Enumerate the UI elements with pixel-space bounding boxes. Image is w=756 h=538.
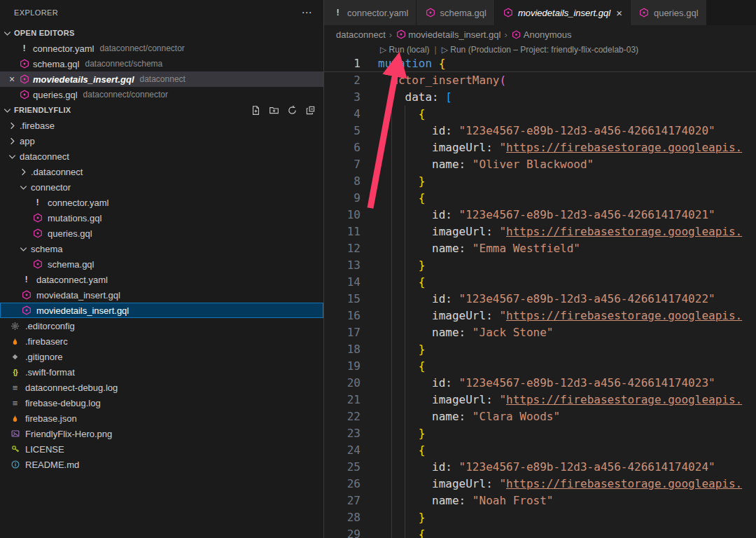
tree-item-.gitignore[interactable]: .gitignore [0,349,323,364]
tree-item-connector[interactable]: connector [0,179,323,195]
code-line-3[interactable]: 3 data: [ [324,89,756,106]
file-tree: .firebaseappdataconnect.dataconnectconne… [0,118,323,472]
tree-item-schema[interactable]: schema [0,241,323,256]
explorer-title: EXPLORER [14,8,58,17]
code-text: { [374,442,425,459]
tree-item-label: connector.yaml [48,198,108,208]
code-line-21[interactable]: 21 imageUrl: "https://firebasestorage.go… [324,392,756,408]
code-line-1[interactable]: 1mutation { [324,55,756,72]
code-line-26[interactable]: 26 imageUrl: "https://firebasestorage.go… [324,476,756,492]
tree-item-LICENSE[interactable]: LICENSE [0,441,323,457]
code-line-15[interactable]: 15 id: "123e4567-e89b-12d3-a456-42661417… [324,291,756,308]
run-production-link[interactable]: ▷ Run (Production – Project: friendly-fl… [442,45,638,55]
tree-item-firebase-debug.log[interactable]: ≡firebase-debug.log [0,395,323,411]
code-text: name: "Noah Frost" [374,492,553,509]
code-line-22[interactable]: 22 name: "Clara Woods" [324,408,756,425]
tree-item-README.md[interactable]: README.md [0,457,323,472]
breadcrumb-Anonymous[interactable]: Anonymous [511,29,572,40]
tree-item-.editorconfig[interactable]: .editorconfig [0,318,323,333]
tree-item-app[interactable]: app [0,133,323,149]
line-number: 28 [324,509,374,526]
tree-item-schema.gql[interactable]: schema.gql [0,256,323,272]
code-line-9[interactable]: 9 { [324,190,756,207]
code-line-14[interactable]: 14 { [324,274,756,291]
graphql-icon [20,289,32,301]
tree-item-label: moviedata_insert.gql [36,290,120,301]
code-line-10[interactable]: 10 id: "123e4567-e89b-12d3-a456-42661417… [324,207,756,223]
code-line-2[interactable]: 2 actor_insertMany( [324,72,756,89]
breadcrumb-moviedetails_insert.gql[interactable]: moviedetails_insert.gql [396,29,500,40]
open-editors-header[interactable]: OPEN EDITORS [0,25,323,41]
new-folder-icon[interactable] [267,104,280,116]
code-line-7[interactable]: 7 name: "Oliver Blackwood" [324,156,756,173]
code-line-12[interactable]: 12 name: "Emma Westfield" [324,240,756,257]
code-line-11[interactable]: 11 imageUrl: "https://firebasestorage.go… [324,223,756,240]
open-editor-description: dataconnect/connector [99,43,184,53]
code-line-6[interactable]: 6 imageUrl: "https://firebasestorage.goo… [324,139,756,156]
tree-item-label: FriendlyFlix-Hero.png [25,429,112,439]
code-line-5[interactable]: 5 id: "123e4567-e89b-12d3-a456-426614174… [324,123,756,139]
code-text: data: [ [374,89,452,106]
code-line-29[interactable]: 29 { [324,526,756,538]
tree-item-FriendlyFlix-Hero.png[interactable]: FriendlyFlix-Hero.png [0,426,323,441]
tree-item-label: README.md [25,460,79,470]
code-line-4[interactable]: 4 { [324,106,756,123]
code-line-24[interactable]: 24 { [324,442,756,459]
graphql-icon [18,74,30,85]
key-icon [9,443,21,455]
new-file-icon[interactable] [249,104,262,116]
open-editor-moviedetails_insert.gql[interactable]: ×moviedetails_insert.gqldataconnect [0,71,323,87]
tree-item-dataconnect[interactable]: dataconnect [0,149,323,164]
code-line-25[interactable]: 25 id: "123e4567-e89b-12d3-a456-42661417… [324,459,756,476]
code-line-27[interactable]: 27 name: "Noah Frost" [324,492,756,509]
tree-item-.swift-format[interactable]: {}.swift-format [0,364,323,380]
tab-moviedetails_insert.gql[interactable]: moviedetails_insert.gql× [495,0,631,25]
open-editor-schema.gql[interactable]: schema.gqldataconnect/schema [0,56,323,71]
firebase-icon [9,336,21,347]
run-local-link[interactable]: ▷ Run (local) [380,45,430,55]
open-editor-description: dataconnect/schema [85,59,162,69]
tree-item-.dataconnect[interactable]: .dataconnect [0,164,323,179]
code-line-16[interactable]: 16 imageUrl: "https://firebasestorage.go… [324,308,756,324]
explorer-more-actions-icon[interactable]: ⋯ [302,6,312,19]
collapse-all-icon[interactable] [304,104,316,116]
tree-item-label: connector [31,182,71,193]
tree-item-mutations.gql[interactable]: mutations.gql [0,210,323,226]
tree-item-queries.gql[interactable]: queries.gql [0,226,323,241]
tree-item-firebase.json[interactable]: firebase.json [0,411,323,426]
code-line-8[interactable]: 8 } [324,173,756,190]
tree-item-.firebase[interactable]: .firebase [0,118,323,133]
code-line-17[interactable]: 17 name: "Jack Stone" [324,324,756,341]
tab-connector.yaml[interactable]: !connector.yaml [324,0,416,25]
code-text: name: "Clara Woods" [374,408,560,425]
tree-item-.firebaserc[interactable]: .firebaserc [0,333,323,349]
breadcrumb-dataconnect[interactable]: dataconnect [336,29,386,40]
code-line-19[interactable]: 19 { [324,358,756,375]
open-editor-connector.yaml[interactable]: !connector.yamldataconnect/connector [0,41,323,56]
tree-item-connector.yaml[interactable]: !connector.yaml [0,195,323,210]
code-editor[interactable]: ▷ Run (local) | ▷ Run (Production – Proj… [324,43,756,538]
tab-schema.gql[interactable]: schema.gql [416,0,494,25]
tree-item-dataconnect-debug.log[interactable]: ≡dataconnect-debug.log [0,380,323,395]
code-text: { [374,358,425,375]
close-icon[interactable]: × [6,74,18,85]
code-line-13[interactable]: 13 } [324,257,756,274]
tree-item-label: moviedetails_insert.gql [36,305,129,316]
code-line-20[interactable]: 20 id: "123e4567-e89b-12d3-a456-42661417… [324,375,756,392]
code-line-23[interactable]: 23 } [324,425,756,442]
code-text: name: "Emma Westfield" [374,240,580,257]
tree-item-moviedata_insert.gql[interactable]: moviedata_insert.gql [0,287,323,303]
code-text: } [374,257,425,274]
close-icon[interactable]: × [616,8,622,18]
refresh-icon[interactable] [286,104,298,116]
code-text: id: "123e4567-e89b-12d3-a456-42661417402… [374,123,715,139]
tree-item-moviedetails_insert.gql[interactable]: moviedetails_insert.gql [0,303,323,318]
code-line-18[interactable]: 18 } [324,341,756,358]
open-editor-queries.gql[interactable]: queries.gqldataconnect/connector [0,87,323,102]
log-icon: ≡ [9,397,21,408]
workspace-header[interactable]: FRIENDLYFLIX [0,102,323,118]
open-editor-name: schema.gql [33,59,79,69]
tree-item-dataconnect.yaml[interactable]: !dataconnect.yaml [0,272,323,287]
code-line-28[interactable]: 28 } [324,509,756,526]
tab-queries.gql[interactable]: queries.gql [631,0,707,25]
